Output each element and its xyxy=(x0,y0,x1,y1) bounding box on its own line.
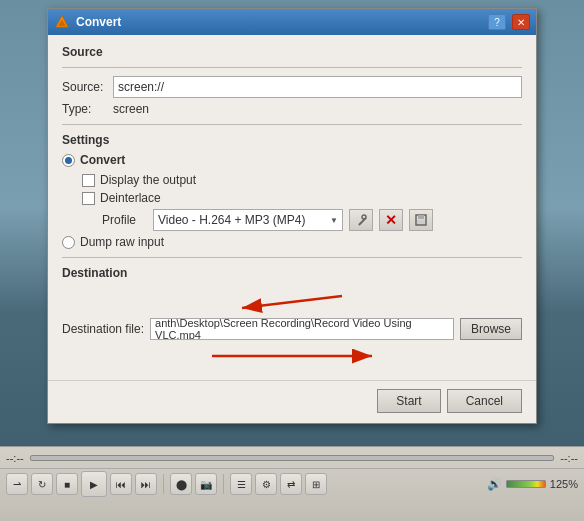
dialog-titlebar: Convert ? ✕ xyxy=(48,9,536,35)
svg-rect-6 xyxy=(417,220,425,224)
type-row: Type: screen xyxy=(62,102,522,116)
source-row: Source: screen:// xyxy=(62,76,522,98)
start-button[interactable]: Start xyxy=(377,389,440,413)
vlc-icon xyxy=(54,14,70,30)
profile-label: Profile xyxy=(102,213,147,227)
deinterlace-checkbox[interactable] xyxy=(82,192,95,205)
help-button[interactable]: ? xyxy=(488,14,506,30)
type-value: screen xyxy=(113,102,149,116)
dump-radio-label: Dump raw input xyxy=(80,235,164,249)
dest-section-label: Destination xyxy=(62,266,522,280)
start-arrow-svg xyxy=(192,347,392,365)
dest-file-label: Destination file: xyxy=(62,322,144,336)
profile-delete-btn[interactable]: ✕ xyxy=(379,209,403,231)
save-icon xyxy=(414,213,428,227)
convert-dialog: Convert ? ✕ Source Source: screen:// Typ… xyxy=(47,8,537,424)
browse-button[interactable]: Browse xyxy=(460,318,522,340)
profile-value: Video - H.264 + MP3 (MP4) xyxy=(158,213,306,227)
close-button[interactable]: ✕ xyxy=(512,14,530,30)
profile-edit-btn[interactable] xyxy=(349,209,373,231)
convert-radio-label: Convert xyxy=(80,153,125,167)
display-output-checkbox[interactable] xyxy=(82,174,95,187)
dest-arrow-container xyxy=(62,286,522,316)
deinterlace-row: Deinterlace xyxy=(82,191,522,205)
settings-divider xyxy=(62,124,522,125)
dump-radio[interactable] xyxy=(62,236,75,249)
dialog-body: Source Source: screen:// Type: screen Se… xyxy=(48,35,536,376)
dump-raw-row: Dump raw input xyxy=(62,235,522,249)
profile-row: Profile Video - H.264 + MP3 (MP4) ▼ ✕ xyxy=(102,209,522,231)
dialog-footer: Start Cancel xyxy=(48,380,536,423)
settings-section-label: Settings xyxy=(62,133,522,147)
deinterlace-label: Deinterlace xyxy=(100,191,161,205)
wrench-icon xyxy=(354,213,368,227)
profile-dropdown[interactable]: Video - H.264 + MP3 (MP4) ▼ xyxy=(153,209,343,231)
dialog-title: Convert xyxy=(76,15,482,29)
source-section-label: Source xyxy=(62,45,522,59)
display-output-label: Display the output xyxy=(100,173,196,187)
dest-file-row: Destination file: anth\Desktop\Screen Re… xyxy=(62,318,522,340)
dialog-overlay: Convert ? ✕ Source Source: screen:// Typ… xyxy=(0,0,584,521)
profile-save-btn[interactable] xyxy=(409,209,433,231)
dest-divider xyxy=(62,257,522,258)
dest-path[interactable]: anth\Desktop\Screen Recording\Record Vid… xyxy=(150,318,454,340)
source-label: Source: xyxy=(62,80,107,94)
source-divider xyxy=(62,67,522,68)
svg-rect-5 xyxy=(418,215,424,219)
start-arrow-container xyxy=(62,346,522,366)
dest-arrow-svg xyxy=(42,286,382,314)
type-label: Type: xyxy=(62,102,107,116)
svg-point-3 xyxy=(362,215,366,219)
cancel-button[interactable]: Cancel xyxy=(447,389,522,413)
convert-options: Display the output Deinterlace Profile V… xyxy=(82,173,522,231)
display-output-row: Display the output xyxy=(82,173,522,187)
convert-radio-row: Convert xyxy=(62,153,522,167)
convert-radio[interactable] xyxy=(62,154,75,167)
dropdown-arrow-icon: ▼ xyxy=(330,216,338,225)
svg-line-8 xyxy=(242,296,342,308)
source-value: screen:// xyxy=(113,76,522,98)
